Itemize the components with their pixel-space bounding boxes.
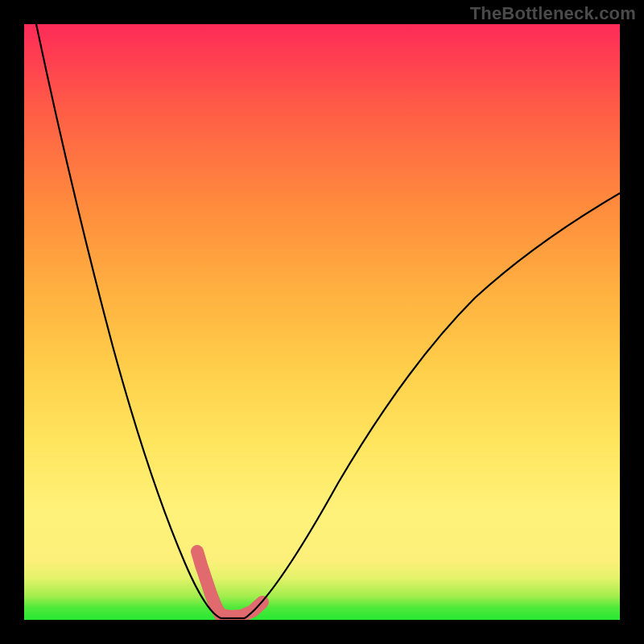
curve-layer — [24, 24, 620, 620]
curve-left-branch — [36, 24, 221, 618]
chart-frame: TheBottleneck.com — [0, 0, 644, 644]
highlight-left-tip — [197, 551, 221, 615]
curve-right-branch — [245, 193, 620, 618]
watermark-text: TheBottleneck.com — [470, 3, 636, 24]
